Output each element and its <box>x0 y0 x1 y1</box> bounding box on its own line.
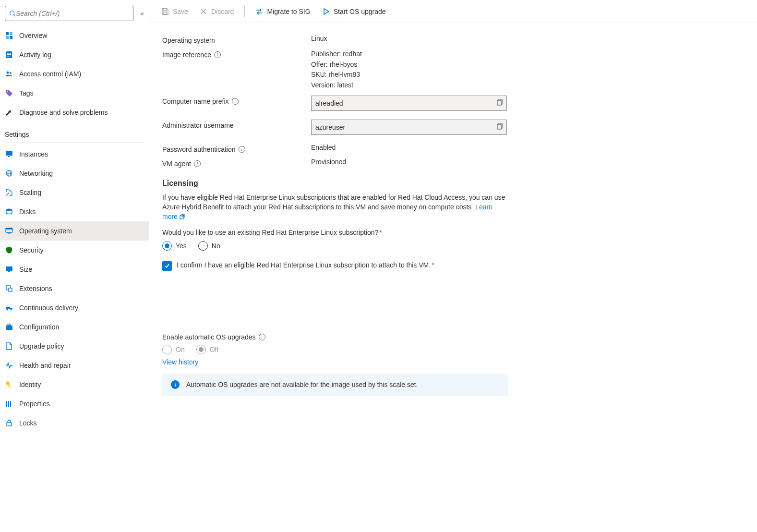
health-icon <box>5 361 13 370</box>
collapse-sidebar-icon[interactable]: « <box>140 10 144 17</box>
svg-rect-36 <box>163 9 167 11</box>
discard-button: Discard <box>195 5 239 18</box>
confirm-checkbox[interactable] <box>162 261 172 271</box>
sidebar-label: Access control (IAM) <box>19 70 81 78</box>
copy-icon[interactable] <box>496 123 503 131</box>
svg-rect-41 <box>497 124 501 129</box>
svg-rect-3 <box>10 32 12 35</box>
sidebar-item-networking[interactable]: Networking <box>0 164 149 183</box>
info-icon[interactable]: i <box>214 51 221 58</box>
licensing-title: Licensing <box>162 179 744 188</box>
svg-rect-25 <box>9 288 12 291</box>
banner-text: Automatic OS upgrades are not available … <box>186 381 418 388</box>
svg-rect-28 <box>6 326 12 330</box>
start-upgrade-button[interactable]: Start OS upgrade <box>317 5 391 18</box>
save-icon <box>161 8 169 15</box>
play-icon <box>322 8 330 15</box>
sidebar-item-identity[interactable]: Identity <box>0 375 149 394</box>
admin-user-field: azureuser <box>311 120 507 135</box>
svg-rect-14 <box>8 156 10 157</box>
sidebar-item-configuration[interactable]: Configuration <box>0 317 149 337</box>
svg-rect-20 <box>6 228 12 230</box>
sidebar-item-overview[interactable]: Overview <box>0 26 149 45</box>
svg-rect-2 <box>6 32 9 35</box>
sidebar-item-access-control[interactable]: Access control (IAM) <box>0 64 149 84</box>
section-header-settings: Settings <box>0 122 149 141</box>
properties-icon <box>5 399 13 408</box>
sidebar-item-security[interactable]: Security <box>0 241 149 260</box>
svg-point-10 <box>7 72 9 74</box>
wrench-icon <box>5 108 13 117</box>
lock-icon <box>5 419 13 427</box>
sidebar-item-locks[interactable]: Locks <box>0 413 149 433</box>
svg-rect-33 <box>8 401 9 407</box>
swap-icon <box>255 8 263 15</box>
svg-rect-21 <box>8 233 11 234</box>
svg-rect-9 <box>7 56 10 57</box>
radio-yes[interactable]: Yes <box>162 241 187 251</box>
copy-icon[interactable] <box>496 99 503 107</box>
svg-point-18 <box>6 209 12 211</box>
svg-rect-34 <box>10 401 11 407</box>
view-history-link[interactable]: View history <box>162 358 744 366</box>
key-icon <box>5 380 13 389</box>
document-icon <box>5 342 13 351</box>
svg-rect-13 <box>6 151 12 156</box>
sidebar-item-activity-log[interactable]: Activity log <box>0 45 149 64</box>
os-icon <box>5 227 13 235</box>
disks-icon <box>5 207 13 216</box>
info-icon[interactable]: i <box>239 146 245 153</box>
sidebar-item-continuous-delivery[interactable]: Continuous delivery <box>0 298 149 317</box>
sidebar-item-instances[interactable]: Instances <box>0 145 149 164</box>
sidebar-label: Configuration <box>19 323 59 331</box>
sidebar-item-scaling[interactable]: Scaling <box>0 183 149 202</box>
toolbar-label: Start OS upgrade <box>334 8 386 15</box>
sidebar-item-diagnose[interactable]: Diagnose and solve problems <box>0 103 149 122</box>
sidebar-item-properties[interactable]: Properties <box>0 394 149 413</box>
sidebar-label: Disks <box>19 208 36 216</box>
password-auth-label: Password authentication <box>162 145 236 153</box>
sidebar-label: Operating system <box>19 227 72 235</box>
size-icon <box>5 265 13 274</box>
sidebar-label: Networking <box>19 169 53 177</box>
sidebar-item-extensions[interactable]: Extensions <box>0 279 149 298</box>
divider <box>5 142 144 143</box>
sidebar-item-size[interactable]: Size <box>0 260 149 279</box>
search-input[interactable] <box>16 10 129 17</box>
radio-on: On <box>162 345 185 354</box>
password-auth-value: Enabled <box>311 144 744 151</box>
radio-no[interactable]: No <box>198 241 220 251</box>
people-icon <box>5 70 13 78</box>
sidebar-label: Identity <box>19 381 41 388</box>
svg-point-30 <box>6 382 10 385</box>
toolbar-label: Migrate to SIG <box>267 8 310 15</box>
os-label: Operating system <box>162 35 311 44</box>
info-icon[interactable]: i <box>232 98 239 105</box>
tag-icon <box>5 89 13 97</box>
sidebar-item-operating-system[interactable]: Operating system <box>0 221 149 241</box>
sidebar-item-disks[interactable]: Disks <box>0 202 149 221</box>
separator <box>244 6 245 17</box>
sidebar-label: Upgrade policy <box>19 342 64 350</box>
sidebar-item-upgrade-policy[interactable]: Upgrade policy <box>0 337 149 356</box>
migrate-button[interactable]: Migrate to SIG <box>251 5 315 18</box>
svg-rect-23 <box>8 271 10 272</box>
sidebar-item-tags[interactable]: Tags <box>0 84 149 103</box>
scaling-icon <box>5 188 13 197</box>
shield-icon <box>5 246 13 254</box>
toolbar-label: Save <box>173 8 188 15</box>
info-icon[interactable]: i <box>259 334 265 340</box>
search-box[interactable] <box>5 6 133 21</box>
enable-auto-upgrades-label: Enable automatic OS upgrades <box>162 333 256 341</box>
delivery-icon <box>5 303 13 312</box>
sidebar-label: Extensions <box>19 285 52 292</box>
sidebar-item-health-repair[interactable]: Health and repair <box>0 356 149 375</box>
sidebar-label: Activity log <box>19 51 51 59</box>
close-icon <box>200 8 207 15</box>
info-icon[interactable]: i <box>194 160 201 167</box>
toolbox-icon <box>5 323 13 331</box>
svg-point-27 <box>11 309 12 311</box>
sidebar-label: Health and repair <box>19 362 71 369</box>
os-value: Linux <box>311 35 744 42</box>
svg-rect-4 <box>6 36 9 39</box>
